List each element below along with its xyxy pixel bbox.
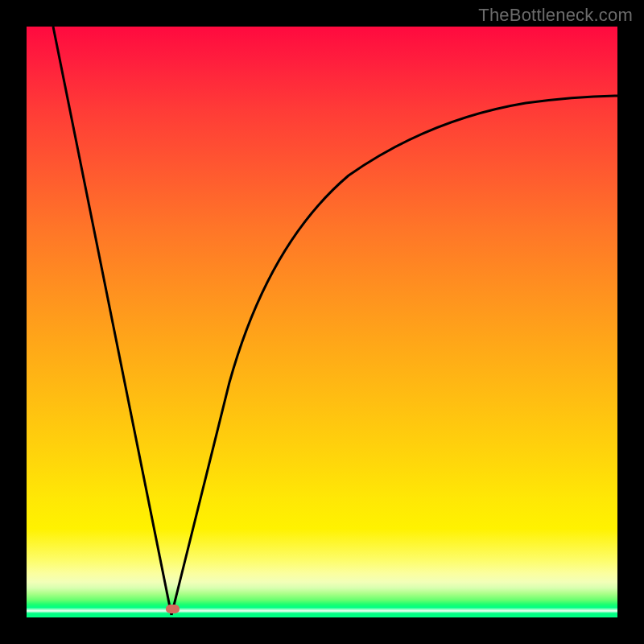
minimum-marker	[166, 605, 180, 613]
watermark-text: TheBottleneck.com	[478, 5, 633, 26]
chart-frame: TheBottleneck.com	[0, 0, 644, 644]
curve-right-branch	[171, 96, 617, 615]
curve-left-branch	[53, 27, 171, 615]
bottleneck-curve	[27, 27, 617, 617]
plot-area	[27, 27, 617, 617]
